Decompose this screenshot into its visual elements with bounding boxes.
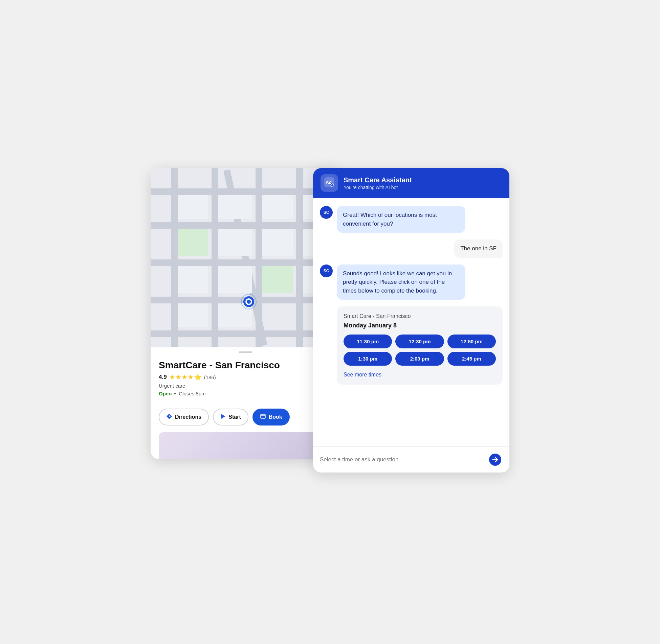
svg-marker-29 (221, 414, 225, 419)
directions-label: Directions (175, 414, 201, 420)
svg-rect-12 (218, 195, 252, 219)
start-button[interactable]: Start (213, 409, 248, 426)
chat-header: SC Smart Care Assistant You're chatting … (313, 168, 509, 198)
map-card: SmartCare - San Francisco 4.9 ★ ★ ★ ★ ⭐ … (151, 168, 340, 459)
start-label: Start (228, 414, 241, 420)
directions-icon (166, 413, 172, 421)
book-icon (260, 413, 266, 421)
star-4: ★ (188, 373, 193, 381)
see-more-times-link[interactable]: See more times (344, 372, 381, 378)
svg-rect-1 (151, 188, 340, 195)
bot-bubble-2: Sounds good! Looks like we can get you i… (337, 264, 465, 300)
svg-rect-15 (178, 229, 208, 256)
bot-avatar-1: SC (320, 206, 333, 219)
star-3: ★ (182, 373, 187, 381)
bot-message-1-row: SC Great! Which of our locations is most… (320, 206, 503, 233)
chat-card: SC Smart Care Assistant You're chatting … (313, 168, 509, 473)
category: Urgent care (159, 383, 332, 389)
svg-rect-30 (261, 414, 265, 418)
svg-point-27 (247, 300, 251, 304)
book-button[interactable]: Book (252, 409, 290, 426)
booking-card: Smart Care - San Francisco Monday Januar… (337, 306, 503, 385)
bot-avatar-text-1: SC (324, 210, 329, 215)
time-grid: 11:30 pm 12:30 pm 12:50 pm 1:30 pm 2:00 … (344, 335, 496, 366)
chat-title: Smart Care Assistant (344, 176, 412, 184)
send-button[interactable] (488, 452, 503, 467)
rating-row: 4.9 ★ ★ ★ ★ ⭐ (186) (159, 373, 332, 381)
chat-subtitle: You're chatting with AI bot (344, 185, 412, 190)
time-btn-4[interactable]: 2:00 pm (395, 352, 444, 366)
star-2: ★ (176, 373, 181, 381)
chat-avatar-text: SC (324, 177, 334, 189)
bot-message-2-row: SC Sounds good! Looks like we can get yo… (320, 264, 503, 300)
start-icon (220, 413, 226, 421)
chat-input-area (313, 446, 509, 473)
chat-avatar: SC (321, 174, 338, 192)
booking-location: Smart Care - San Francisco (344, 313, 496, 319)
chat-input[interactable] (320, 456, 484, 463)
stars: ★ ★ ★ ★ ⭐ (170, 373, 201, 381)
chat-messages: SC Great! Which of our locations is most… (313, 198, 509, 446)
svg-point-36 (330, 183, 333, 186)
time-btn-0[interactable]: 11:30 pm (344, 335, 392, 348)
svg-rect-19 (178, 266, 208, 293)
bot-avatar-2: SC (320, 264, 333, 277)
svg-rect-7 (212, 168, 218, 347)
user-message-1-row: The one in SF (320, 239, 503, 258)
svg-rect-17 (262, 229, 293, 256)
time-btn-2[interactable]: 12:50 pm (447, 335, 496, 348)
svg-rect-20 (218, 266, 252, 293)
bot-avatar-text-2: SC (324, 269, 329, 273)
map-area (151, 168, 340, 347)
time-btn-3[interactable]: 1:30 pm (344, 352, 392, 366)
status-hours: Closes 8pm (179, 391, 205, 396)
svg-rect-21 (262, 266, 293, 293)
svg-rect-9 (296, 168, 303, 347)
svg-rect-23 (178, 303, 208, 327)
send-icon (489, 454, 501, 466)
svg-rect-16 (218, 229, 252, 256)
svg-rect-2 (151, 222, 340, 229)
location-info: SmartCare - San Francisco 4.9 ★ ★ ★ ★ ⭐ … (151, 353, 340, 409)
status-row: Open Closes 8pm (159, 391, 332, 396)
time-btn-1[interactable]: 12:30 pm (395, 335, 444, 348)
book-label: Book (269, 414, 282, 420)
svg-rect-24 (218, 303, 252, 327)
review-count: (186) (204, 374, 216, 380)
time-btn-5[interactable]: 2:45 pm (447, 352, 496, 366)
svg-rect-5 (151, 330, 340, 337)
map-bottom-preview (159, 432, 332, 459)
status-open: Open (159, 391, 172, 396)
location-name: SmartCare - San Francisco (159, 360, 332, 371)
action-buttons: Directions Start (151, 409, 340, 432)
svg-rect-13 (262, 195, 293, 219)
status-dot (174, 393, 176, 394)
rating-number: 4.9 (159, 374, 167, 381)
svg-rect-6 (171, 168, 178, 347)
chat-header-info: Smart Care Assistant You're chatting wit… (344, 176, 412, 190)
svg-rect-11 (178, 195, 208, 219)
star-5: ⭐ (194, 373, 201, 381)
bot-bubble-1: Great! Which of our locations is most co… (337, 206, 465, 233)
user-bubble-1: The one in SF (454, 239, 503, 258)
directions-button[interactable]: Directions (159, 409, 209, 426)
booking-date: Monday January 8 (344, 322, 496, 329)
star-1: ★ (170, 373, 175, 381)
